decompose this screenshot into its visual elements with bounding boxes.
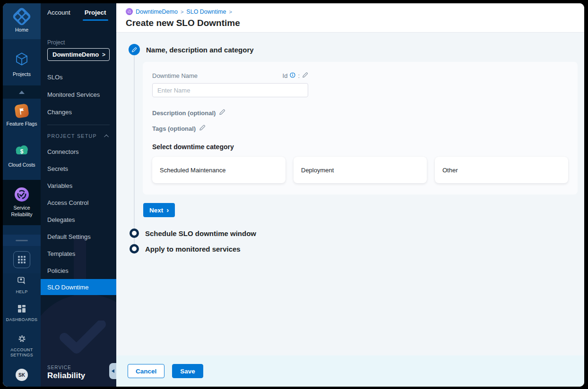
gear-icon	[17, 334, 26, 345]
apps-grid-icon	[13, 251, 30, 268]
main-area: DowntimeDemo > SLO Downtime > Create new…	[116, 3, 584, 387]
page-title: Create new SLO Downtime	[126, 18, 584, 28]
chevron-right-icon: >	[102, 51, 105, 58]
chevron-right-icon: ›	[166, 206, 169, 213]
rail-cloud-costs-label: Cloud Costs	[8, 162, 35, 168]
rail-item-service-reliability[interactable]: Service Reliability	[3, 180, 41, 225]
sidebar-item-slo-downtime[interactable]: SLO Downtime	[41, 279, 116, 295]
downtime-name-label: Downtime Name	[152, 72, 198, 79]
edit-description-pencil-icon[interactable]	[219, 109, 225, 117]
sidebar-item-changes[interactable]: Changes	[41, 103, 116, 121]
sidebar-item-monitored-services[interactable]: Monitored Services	[41, 86, 116, 103]
rail-item-projects[interactable]: Projects	[3, 47, 41, 83]
rail-item-module-picker[interactable]	[3, 246, 41, 273]
rail-item-help[interactable]: HELP	[16, 277, 27, 295]
sidebar-item-templates[interactable]: Templates	[41, 245, 116, 262]
rail-dashboards-label: DASHBOARDS	[6, 317, 37, 323]
project-nav: SLOs Monitored Services Changes	[41, 68, 116, 121]
sidebar-item-policies[interactable]: Policies	[41, 262, 116, 279]
edit-tags-pencil-icon[interactable]	[199, 124, 206, 133]
help-chat-icon	[17, 277, 26, 287]
category-section-label: Select downtime category	[152, 143, 568, 151]
sidebar-item-connectors[interactable]: Connectors	[41, 143, 116, 160]
rail-item-dashboards[interactable]: DASHBOARDS	[6, 304, 37, 323]
page-header: DowntimeDemo > SLO Downtime > Create new…	[116, 3, 584, 33]
tab-project[interactable]: Project	[85, 9, 106, 18]
scroll-up-icon	[19, 91, 25, 94]
module-rail: Home Projects Feature Flags $ Cloud Cost…	[3, 3, 41, 387]
step-connector-line	[134, 55, 135, 244]
rail-home-label: Home	[15, 27, 28, 33]
step2-label[interactable]: Schedule SLO downtime window	[145, 229, 256, 237]
category-card-deployment[interactable]: Deployment	[294, 157, 427, 183]
rail-projects-label: Projects	[13, 71, 31, 77]
project-selector[interactable]: DowntimeDemo >	[47, 48, 110, 61]
category-card-other[interactable]: Other	[435, 157, 568, 183]
sidebar-item-slos[interactable]: SLOs	[41, 68, 116, 86]
sidebar-divider	[47, 125, 110, 125]
id-colon: :	[298, 72, 300, 79]
sidebar-item-default-settings[interactable]: Default Settings	[41, 228, 116, 245]
next-button-label: Next	[149, 207, 163, 214]
home-icon	[12, 7, 32, 26]
action-footer: Cancel Save	[116, 355, 584, 387]
rail-feature-flags-label: Feature Flags	[7, 121, 37, 127]
wizard-step-1: Name, description and category	[129, 44, 584, 55]
edit-step-icon	[129, 44, 140, 55]
step2-circle[interactable]	[130, 228, 139, 238]
dashboards-icon	[17, 304, 26, 315]
cloud-costs-icon: $	[14, 144, 30, 159]
breadcrumb-project-link[interactable]: DowntimeDemo	[136, 8, 178, 15]
tab-account[interactable]: Account	[47, 9, 70, 18]
tags-row: Tags (optional)	[152, 124, 568, 133]
save-button[interactable]: Save	[172, 364, 203, 378]
rail-bottom-group: HELP DASHBOARDS ACCOUNT SETTINGS SK	[3, 277, 41, 387]
srm-module-icon	[126, 8, 133, 15]
sidebar-item-access-control[interactable]: Access Control	[41, 194, 116, 211]
rail-help-label: HELP	[16, 289, 27, 295]
downtime-name-input[interactable]	[152, 83, 308, 97]
project-name: DowntimeDemo	[52, 51, 99, 58]
step3-circle[interactable]	[130, 244, 139, 254]
edit-id-pencil-icon[interactable]	[302, 71, 308, 80]
chevron-up-icon	[104, 134, 109, 139]
tags-label: Tags (optional)	[152, 125, 196, 132]
rail-service-reliability-label: Service Reliability	[7, 205, 36, 217]
module-kicker: SERVICE	[47, 365, 85, 370]
category-card-scheduled-maintenance[interactable]: Scheduled Maintenance	[152, 157, 285, 183]
sidebar-item-secrets[interactable]: Secrets	[41, 160, 116, 177]
description-label: Description (optional)	[152, 110, 216, 117]
watermark-check-icon	[55, 321, 112, 354]
breadcrumb: DowntimeDemo > SLO Downtime >	[126, 8, 584, 15]
drag-handle-icon	[16, 240, 28, 241]
step1-label[interactable]: Name, description and category	[146, 46, 254, 54]
project-selector-label: Project	[47, 39, 110, 46]
rail-scroll-up[interactable]	[3, 85, 41, 99]
project-setup-header[interactable]: PROJECT SETUP	[41, 129, 116, 143]
name-field-header: Downtime Name Id :	[152, 71, 308, 80]
breadcrumb-section-link[interactable]: SLO Downtime	[186, 8, 226, 15]
step3-label[interactable]: Apply to monitored services	[145, 245, 241, 253]
project-sidebar: Account Project Project DowntimeDemo > S…	[41, 3, 116, 387]
wizard-step-2: Schedule SLO downtime window	[130, 228, 584, 238]
cancel-button[interactable]: Cancel	[128, 364, 164, 378]
user-avatar[interactable]: SK	[16, 369, 28, 381]
rail-item-home[interactable]: Home	[3, 3, 41, 39]
projects-cube-icon	[15, 52, 29, 68]
breadcrumb-separator: >	[181, 9, 183, 15]
sidebar-item-delegates[interactable]: Delegates	[41, 211, 116, 228]
info-icon[interactable]	[290, 71, 295, 80]
rail-account-settings-label: ACCOUNT SETTINGS	[9, 347, 35, 358]
sidebar-collapse-toggle[interactable]	[109, 363, 116, 379]
rail-divider	[3, 235, 41, 246]
wizard-step-3: Apply to monitored services	[130, 244, 584, 254]
app-window: Home Projects Feature Flags $ Cloud Cost…	[3, 3, 584, 387]
sidebar-item-variables[interactable]: Variables	[41, 177, 116, 194]
rail-item-cloud-costs[interactable]: $ Cloud Costs	[3, 141, 41, 171]
wizard-content: Name, description and category Downtime …	[116, 33, 584, 355]
collapse-arrow-icon	[112, 369, 114, 373]
next-button[interactable]: Next ›	[143, 203, 175, 217]
rail-item-feature-flags[interactable]: Feature Flags	[3, 101, 41, 131]
rail-item-account-settings[interactable]: ACCOUNT SETTINGS	[9, 334, 35, 358]
sidebar-footer: SERVICE Reliability	[47, 365, 85, 381]
